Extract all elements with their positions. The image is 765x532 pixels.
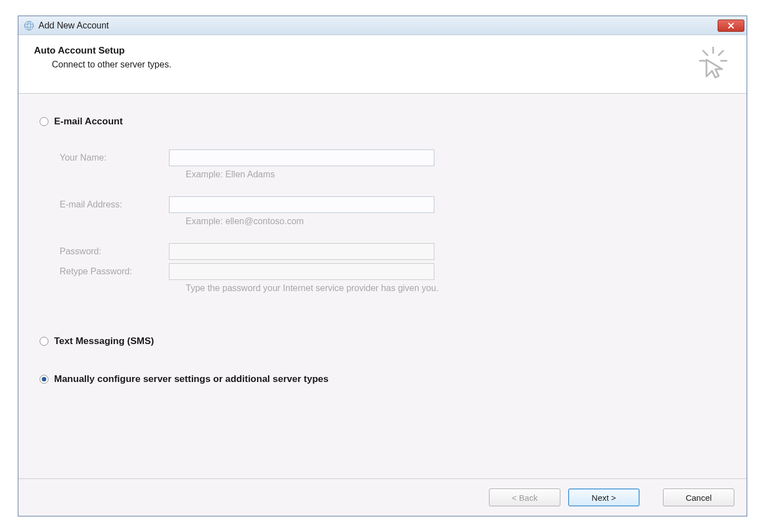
svg-line-3	[703, 51, 708, 55]
titlebar: Add New Account	[18, 16, 747, 35]
close-icon	[727, 22, 735, 30]
option-label: E-mail Account	[54, 116, 123, 127]
svg-point-0	[25, 21, 33, 30]
email-form: Your Name: Example: Ellen Adams E-mail A…	[60, 149, 731, 293]
password-hint: Type the password your Internet service …	[186, 283, 731, 293]
password-field	[169, 243, 434, 260]
add-account-dialog: Add New Account Auto Account Setup Conne…	[18, 16, 747, 516]
retype-password-field	[169, 263, 434, 280]
page-subtitle: Connect to other server types.	[34, 60, 695, 70]
password-label: Password:	[60, 246, 169, 257]
option-manual-configure[interactable]: Manually configure server settings or ad…	[40, 374, 731, 385]
wizard-footer: < Back Next > Cancel	[18, 479, 747, 516]
cancel-button[interactable]: Cancel	[663, 489, 734, 506]
option-sms[interactable]: Text Messaging (SMS)	[40, 336, 731, 347]
page-title: Auto Account Setup	[34, 45, 695, 56]
next-button[interactable]: Next >	[568, 489, 640, 506]
back-button: < Back	[489, 489, 560, 506]
close-button[interactable]	[718, 20, 744, 32]
email-address-label: E-mail Address:	[60, 200, 169, 210]
svg-line-4	[719, 51, 723, 55]
wizard-header: Auto Account Setup Connect to other serv…	[18, 35, 747, 94]
window-title: Add New Account	[38, 21, 718, 31]
option-email-account[interactable]: E-mail Account	[40, 116, 731, 127]
email-address-hint: Example: ellen@contoso.com	[186, 216, 731, 226]
radio-icon	[40, 337, 49, 346]
your-name-label: Your Name:	[60, 153, 169, 163]
retype-password-label: Retype Password:	[60, 267, 169, 277]
radio-icon	[40, 117, 49, 126]
email-address-field	[169, 196, 434, 213]
option-label: Text Messaging (SMS)	[54, 336, 154, 347]
wizard-body: E-mail Account Your Name: Example: Ellen…	[18, 94, 747, 479]
cursor-click-icon	[695, 45, 731, 81]
app-icon	[24, 21, 34, 31]
your-name-field	[169, 149, 434, 166]
your-name-hint: Example: Ellen Adams	[186, 170, 731, 180]
radio-icon	[40, 375, 49, 384]
option-label: Manually configure server settings or ad…	[54, 374, 328, 385]
